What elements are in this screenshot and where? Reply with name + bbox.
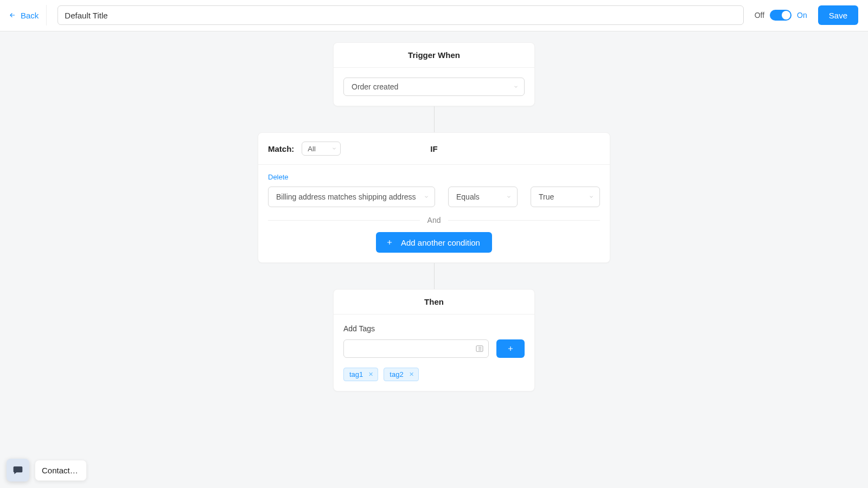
chevron-down-icon xyxy=(506,194,512,200)
toggle-off-label: Off xyxy=(755,11,764,20)
tag-chip-label: tag1 xyxy=(349,370,363,378)
tag-chip-list: tag1 ✕ tag2 ✕ xyxy=(343,368,525,381)
condition-operator-value: Equals xyxy=(456,192,480,201)
match-label: Match: xyxy=(268,144,294,153)
then-card: Then Add Tags tag1 ✕ xyxy=(333,289,535,391)
back-label: Back xyxy=(21,11,39,20)
header-bar: Back Off On Save xyxy=(0,0,868,31)
arrow-left-icon xyxy=(9,11,16,19)
add-tag-button[interactable] xyxy=(496,339,525,358)
list-icon[interactable] xyxy=(475,344,484,353)
match-mode-value: All xyxy=(308,145,315,153)
tag-input[interactable] xyxy=(348,344,475,353)
add-tags-label: Add Tags xyxy=(343,324,525,333)
condition-value-value: True xyxy=(539,192,554,201)
delete-condition-link[interactable]: Delete xyxy=(268,173,289,181)
tag-chip: tag1 ✕ xyxy=(343,368,378,381)
condition-row: Billing address matches shipping address… xyxy=(268,187,600,207)
then-card-header: Then xyxy=(334,290,534,314)
tag-chip-label: tag2 xyxy=(390,370,403,378)
trigger-select[interactable]: Order created xyxy=(343,78,525,96)
condition-operator-select[interactable]: Equals xyxy=(448,187,518,207)
add-condition-label: Add another condition xyxy=(401,238,480,247)
chevron-down-icon xyxy=(589,194,594,200)
tag-input-wrap[interactable] xyxy=(343,339,489,358)
connector-line xyxy=(434,106,435,132)
back-button[interactable]: Back xyxy=(5,5,47,25)
chevron-down-icon xyxy=(513,84,519,89)
condition-field-select[interactable]: Billing address matches shipping address xyxy=(268,187,435,207)
conditions-card: Match: All IF Delete Billing address mat… xyxy=(258,132,610,263)
tag-remove-icon[interactable]: ✕ xyxy=(409,371,414,377)
condition-value-select[interactable]: True xyxy=(531,187,600,207)
trigger-select-value: Order created xyxy=(352,82,398,91)
match-mode-select[interactable]: All xyxy=(302,142,341,156)
plus-icon xyxy=(386,239,393,246)
and-divider: And xyxy=(268,216,600,224)
trigger-card-header: Trigger When xyxy=(334,43,534,68)
title-input[interactable] xyxy=(58,5,743,25)
trigger-card: Trigger When Order created xyxy=(333,42,535,106)
and-divider-label: And xyxy=(427,216,441,224)
chevron-down-icon xyxy=(424,194,429,200)
enabled-toggle-group: Off On xyxy=(755,10,807,21)
add-condition-button[interactable]: Add another condition xyxy=(376,232,492,253)
chevron-down-icon xyxy=(331,146,337,151)
toggle-on-label: On xyxy=(797,11,807,20)
tag-remove-icon[interactable]: ✕ xyxy=(368,371,373,377)
enabled-switch[interactable] xyxy=(770,10,792,21)
workflow-canvas: Trigger When Order created Match: All IF… xyxy=(0,31,868,424)
connector-line xyxy=(434,263,435,289)
tag-chip: tag2 ✕ xyxy=(384,368,418,381)
if-label: IF xyxy=(430,144,437,153)
plus-icon xyxy=(507,345,514,352)
save-button[interactable]: Save xyxy=(818,5,858,25)
condition-field-value: Billing address matches shipping address xyxy=(276,192,416,201)
